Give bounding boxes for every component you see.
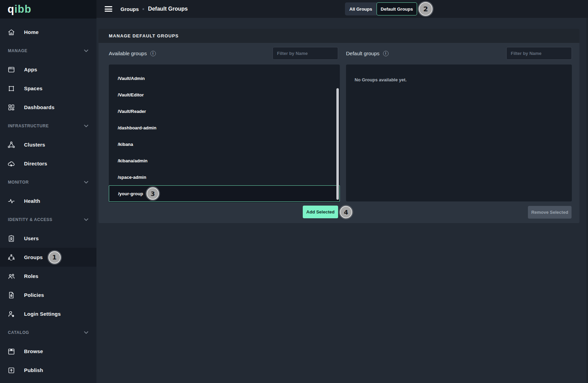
section-label: CATALOG [8,330,29,335]
sidebar-item-label: Groups [24,254,43,260]
sidebar-item-login-settings[interactable]: Login Settings [0,304,96,323]
group-list-item[interactable]: /Vault/Admin [109,70,340,86]
section-label: MONITOR [8,180,29,185]
default-groups-list: No Groups available yet. [346,65,572,201]
annotation-badge-3: 3 [147,187,159,200]
sidebar-item-label: Roles [24,273,38,279]
logo[interactable]: qibb [0,0,96,19]
directors-icon [7,160,16,168]
group-list-item[interactable]: /Vault/Reader [109,103,340,119]
clusters-icon [7,141,16,149]
login-settings-icon [7,310,16,318]
sidebar-section-catalog[interactable]: CATALOG [0,323,96,342]
groups-view-toggle: All Groups Default Groups 2 [345,2,433,16]
browse-icon [7,347,16,356]
group-list-item[interactable]: /kibana/admin [109,152,340,169]
dashboards-icon [7,103,16,112]
sidebar: qibb Home MANAGE Apps Spaces [0,0,96,383]
available-groups-label-row: Available groups i [109,47,156,60]
empty-list-message: No Groups available yet. [346,70,572,90]
sidebar-item-label: Users [24,235,39,241]
chevron-down-icon [84,49,89,52]
sidebar-item-label: Policies [24,292,44,298]
panel-header: MANAGE DEFAULT GROUPS [99,29,579,43]
default-groups-label-row: Default groups i [346,47,389,60]
sidebar-item-roles[interactable]: Roles [0,267,96,286]
sidebar-section-monitor[interactable]: MONITOR [0,173,96,192]
chevron-down-icon [84,125,89,127]
menu-icon[interactable] [105,6,112,12]
sidebar-item-label: Login Settings [24,311,61,317]
sidebar-item-directors[interactable]: Directors [0,154,96,173]
sidebar-item-publish[interactable]: Publish [0,361,96,380]
chevron-down-icon [84,181,89,184]
group-list-item[interactable]: /dashboard-admin [109,119,340,136]
sidebar-item-health[interactable]: Health [0,192,96,210]
sidebar-item-label: Spaces [24,85,43,91]
chevron-down-icon [84,331,89,334]
manage-default-groups-panel: MANAGE DEFAULT GROUPS Available groups i… [99,29,579,223]
topbar: Groups Default Groups All Groups Default… [96,0,588,18]
remove-selected-button[interactable]: Remove Selected [528,206,572,219]
panel-title: MANAGE DEFAULT GROUPS [109,33,178,38]
annotation-badge-4: 4 [340,206,352,218]
publish-icon [7,366,16,374]
sidebar-item-clusters[interactable]: Clusters [0,135,96,154]
section-label: IDENTITY & ACCESS [8,217,53,222]
sidebar-item-label: Health [24,198,40,204]
annotation-badge-1: 1 [48,251,61,264]
available-groups-label: Available groups [109,50,147,56]
sidebar-item-label: Dashboards [24,104,55,110]
sidebar-item-label: Browse [24,348,43,354]
spaces-icon [7,84,16,93]
toggle-group: All Groups Default Groups [345,2,417,15]
section-label: MANAGE [8,48,27,53]
panel-body: Available groups i /Vault/Admin /Vault/E… [99,43,579,223]
sidebar-nav: Home MANAGE Apps Spaces Dashboards [0,19,96,380]
sidebar-item-label: Apps [24,67,37,72]
policies-icon [7,291,16,299]
list-scrollbar-thumb[interactable] [336,88,339,200]
sidebar-item-users[interactable]: Users [0,229,96,248]
all-groups-tab[interactable]: All Groups [345,2,377,15]
sidebar-item-home[interactable]: Home [0,23,96,42]
breadcrumb-default-groups: Default Groups [148,6,188,12]
sidebar-item-label: Clusters [24,142,45,148]
group-list-item-selected[interactable]: /your-group 3 [109,185,340,202]
available-groups-list: /Vault/Admin /Vault/Editor /Vault/Reader… [109,65,340,202]
sidebar-section-manage[interactable]: MANAGE [0,42,96,60]
info-icon[interactable]: i [383,51,389,56]
available-groups-filter-input[interactable] [273,47,338,60]
add-selected-button[interactable]: Add Selected [303,206,338,218]
info-icon[interactable]: i [150,51,156,56]
default-groups-label: Default groups [346,50,380,56]
group-list-item[interactable]: /Vault/Editor [109,86,340,103]
sidebar-item-policies[interactable]: Policies [0,286,96,304]
sidebar-item-groups[interactable]: Groups 1 [0,248,96,267]
default-groups-tab[interactable]: Default Groups [377,2,417,15]
qibb-logo: qibb [8,3,31,15]
breadcrumb-separator-dot [142,8,144,10]
apps-icon [7,66,16,74]
page-scrollbar[interactable] [586,18,588,383]
default-groups-filter-input[interactable] [506,47,572,60]
group-list-item[interactable]: /space-admin [109,169,340,185]
sidebar-section-identity-access[interactable]: IDENTITY & ACCESS [0,210,96,229]
sidebar-item-label: Directors [24,161,47,166]
breadcrumb-groups[interactable]: Groups [120,6,139,12]
sidebar-item-label: Home [24,29,38,35]
sidebar-item-apps[interactable]: Apps [0,60,96,79]
chevron-down-icon [84,218,89,221]
sidebar-item-dashboards[interactable]: Dashboards [0,98,96,117]
breadcrumb: Groups Default Groups [120,6,188,12]
sidebar-item-browse[interactable]: Browse [0,342,96,361]
home-icon [7,28,16,36]
roles-icon [7,272,16,280]
group-item-label: /your-group [118,191,143,196]
health-icon [7,197,16,205]
sidebar-item-label: Publish [24,367,43,373]
users-icon [7,234,16,243]
sidebar-section-infrastructure[interactable]: INFRASTRUCTURE [0,117,96,135]
group-list-item[interactable]: /kibana [109,136,340,152]
sidebar-item-spaces[interactable]: Spaces [0,79,96,98]
